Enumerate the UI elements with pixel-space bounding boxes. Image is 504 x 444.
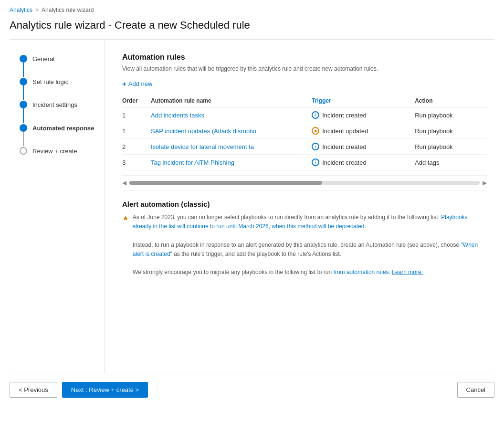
next-button[interactable]: Next : Review + create > — [62, 382, 148, 398]
previous-button[interactable]: < Previous — [10, 382, 57, 398]
trigger-label: Incident created — [322, 143, 367, 150]
content-area: Automation rules View all automation rul… — [105, 40, 504, 374]
breadcrumb: Analytics > Analytics rule wizard — [0, 0, 504, 16]
footer-bar: < Previous Next : Review + create > Canc… — [0, 374, 504, 405]
table-row: 1 SAP incident updates (Attack disruptio… — [122, 123, 487, 139]
footer-left: < Previous Next : Review + create > — [10, 382, 148, 398]
trigger-label: Incident updated — [322, 127, 368, 135]
alert-automation-title: Alert automation (classic) — [122, 200, 487, 208]
step-line-incident-settings — [23, 108, 24, 123]
cell-action: Add tags — [415, 155, 487, 170]
trigger-icon: i — [312, 159, 319, 166]
col-header-trigger: Trigger — [312, 95, 415, 107]
cell-action: Run playbook — [415, 123, 487, 139]
cell-action: Run playbook — [415, 107, 487, 123]
step-dot-incident-settings — [20, 101, 27, 108]
wizard-step-automated-response: Automated response — [19, 123, 95, 146]
cell-name[interactable]: SAP incident updates (Attack disruptio — [151, 123, 312, 139]
cell-order: 1 — [122, 123, 151, 139]
cell-name[interactable]: Tag incident for AiTM Phishing — [151, 155, 312, 170]
wizard-step-review-create: Review + create — [19, 146, 95, 169]
table-row: 3 Tag incident for AiTM Phishing i Incid… — [122, 155, 487, 170]
col-header-order: Order — [122, 95, 151, 107]
table-row: 2 Isolate device for lateral movement ta… — [122, 139, 487, 155]
wizard-step-incident-settings: Incident settings — [19, 100, 95, 123]
cell-name[interactable]: Add incidents tasks — [151, 107, 312, 123]
step-label-set-rule-logic[interactable]: Set rule logic — [32, 77, 68, 86]
automation-rules-table: Order Automation rule name Trigger Actio… — [122, 95, 487, 170]
warning-text: As of June 2023, you can no longer selec… — [133, 213, 487, 277]
trigger-icon: ■ — [312, 127, 319, 135]
cell-name[interactable]: Isolate device for lateral movement ta — [151, 139, 312, 155]
warning-block: ▲ As of June 2023, you can no longer sel… — [122, 213, 487, 277]
trigger-icon: i — [312, 111, 319, 119]
wizard-sidebar: General Set rule logic Incident settings — [0, 40, 105, 374]
add-new-label: Add new — [128, 80, 153, 87]
scroll-track-container: ◀ ▶ — [122, 175, 487, 190]
step-line-set-rule-logic — [23, 85, 24, 100]
step-dot-set-rule-logic — [20, 78, 27, 85]
cancel-button[interactable]: Cancel — [457, 382, 494, 398]
trigger-label: Incident created — [322, 159, 367, 166]
cell-trigger: i Incident created — [312, 139, 415, 155]
step-label-review-create[interactable]: Review + create — [32, 146, 77, 156]
wizard-step-general: General — [19, 54, 95, 77]
step-dot-general — [20, 55, 27, 63]
cell-order: 2 — [122, 139, 151, 155]
scroll-left-arrow[interactable]: ◀ — [122, 180, 126, 186]
cell-order: 1 — [122, 107, 151, 123]
col-header-action: Action — [415, 95, 487, 107]
automation-rules-title: Automation rules — [122, 53, 487, 62]
step-label-general[interactable]: General — [32, 54, 54, 63]
scroll-right-arrow[interactable]: ▶ — [483, 180, 487, 186]
cell-trigger: i Incident created — [312, 107, 415, 123]
main-layout: General Set rule logic Incident settings — [0, 40, 504, 374]
add-new-button[interactable]: + Add new — [122, 80, 152, 88]
breadcrumb-current: Analytics rule wizard — [42, 7, 94, 13]
cell-order: 3 — [122, 155, 151, 170]
automation-rules-description: View all automation rules that will be t… — [122, 64, 487, 73]
col-header-name: Automation rule name — [151, 95, 312, 107]
wizard-step-set-rule-logic: Set rule logic — [19, 77, 95, 100]
step-label-automated-response[interactable]: Automated response — [32, 123, 94, 133]
page-title: Analytics rule wizard - Create a new Sch… — [0, 16, 504, 39]
breadcrumb-analytics[interactable]: Analytics — [10, 7, 32, 13]
step-label-incident-settings[interactable]: Incident settings — [32, 100, 77, 109]
plus-icon: + — [122, 80, 126, 88]
step-line-general — [23, 63, 24, 77]
scroll-track[interactable] — [129, 181, 480, 185]
table-row: 1 Add incidents tasks i Incident created… — [122, 107, 487, 123]
step-dot-automated-response — [20, 124, 27, 132]
scroll-thumb — [129, 181, 322, 185]
step-dot-review-create — [20, 147, 27, 155]
breadcrumb-separator: > — [35, 7, 39, 13]
cell-trigger: ■ Incident updated — [312, 123, 415, 139]
cell-trigger: i Incident created — [312, 155, 415, 170]
trigger-label: Incident created — [322, 112, 367, 119]
trigger-icon: i — [312, 143, 319, 150]
step-line-automated-response — [23, 132, 24, 146]
learn-more-link[interactable]: Learn more. — [392, 269, 423, 275]
warning-icon: ▲ — [122, 213, 129, 221]
cell-action: Run playbook — [415, 139, 487, 155]
